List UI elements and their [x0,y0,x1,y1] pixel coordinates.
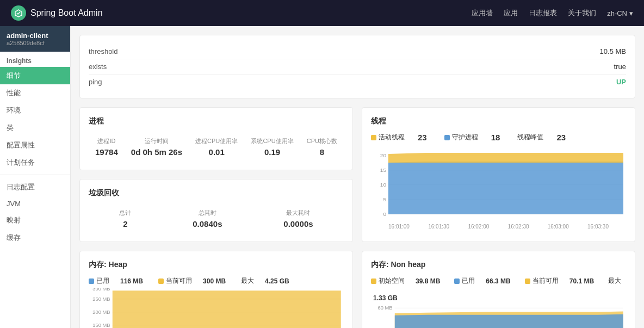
svg-text:150 MB: 150 MB [92,323,110,328]
client-id: a258509de8cf [7,40,64,46]
nav-app-wall[interactable]: 应用墙 [472,8,493,18]
sidebar-item-jvm[interactable]: JVM [0,196,70,212]
heap-legend-available: 当前可用 [158,276,192,286]
nav-log[interactable]: 日志报表 [529,8,557,18]
nonheap-legend-used: 已用 [454,276,475,286]
svg-marker-26 [113,290,341,328]
svg-marker-11 [388,162,623,214]
sidebar-item-env[interactable]: 环境 [0,102,70,119]
heap-chart: 0 50 MB 100 MB 150 MB 200 MB 250 MB 300 … [89,288,344,328]
svg-marker-12 [388,153,623,163]
nonheap-legend: 初始空间 39.8 MB 已用 66.3 MB 当前可用 70.1 MB 最大 [371,276,626,302]
threshold-label: threshold [89,47,117,55]
sidebar-divider [0,175,70,175]
sidebar-item-cache[interactable]: 缓存 [0,229,70,246]
process-thread-row: 进程 进程ID 19784 运行时间 0d 0h 5m 26s 进程CPU使用率 [79,107,635,251]
process-column: 进程 进程ID 19784 运行时间 0d 0h 5m 26s 进程CPU使用率 [79,107,353,251]
nonheap-chart: 0 20 MB 40 MB 60 MB [371,304,626,328]
exists-row: exists true [89,59,626,75]
nonheap-legend-available: 当前可用 [525,276,559,286]
gc-total-time-stat: 总耗时 0.0840s [193,209,222,228]
heap-legend: 已用 116 MB 当前可用 300 MB 最大 4.25 GB [89,276,344,286]
nonheap-init-value: 39.8 MB [416,277,440,285]
heap-max-value: 4.25 GB [265,277,289,285]
thread-legend: 活动线程 23 守护进程 18 线程峰值 23 [371,133,626,142]
brand-icon [11,5,26,21]
nav-links: 应用墙 应用 日志报表 关于我们 zh-CN ▾ [472,8,633,18]
system-cpu-stat: 系统CPU使用率 0.19 [251,137,293,157]
main-content: threshold 10.5 MB exists true ping UP 进程 [71,26,644,328]
sidebar-client: admin-client a258509de8cf [0,26,70,52]
lang-label: zh-CN [607,9,627,17]
nonheap-title: 内存: Non heap [371,260,626,270]
thread-x-labels: 16:01:00 16:01:30 16:02:00 16:02:30 16:0… [371,224,626,230]
sidebar-item-logconfig[interactable]: 日志配置 [0,178,70,196]
top-info-card: threshold 10.5 MB exists true ping UP [79,35,635,98]
process-id-stat: 进程ID 19784 [95,137,118,157]
process-uptime-stat: 运行时间 0d 0h 5m 26s [131,137,182,157]
sidebar-item-class[interactable]: 类 [0,119,70,137]
sidebar-item-detail[interactable]: 细节 [0,67,70,84]
heap-title: 内存: Heap [89,260,344,270]
process-stats: 进程ID 19784 运行时间 0d 0h 5m 26s 进程CPU使用率 0.… [89,133,344,161]
legend-peak: 线程峰值 [517,133,543,142]
peak-value: 23 [556,133,566,142]
chevron-down-icon: ▾ [629,9,633,17]
gc-title: 垃圾回收 [89,188,344,198]
heap-used-value: 116 MB [120,277,143,285]
svg-text:200 MB: 200 MB [92,310,110,315]
sidebar: admin-client a258509de8cf Insights 细节 性能… [0,26,71,328]
gc-total-stat: 总计 2 [119,209,131,228]
sidebar-item-config[interactable]: 配置属性 [0,137,70,154]
sidebar-item-mapping[interactable]: 映射 [0,212,70,229]
sidebar-item-scheduled[interactable]: 计划任务 [0,154,70,171]
cpu-cores-stat: CPU核心数 8 [307,137,337,157]
svg-text:5: 5 [383,196,386,202]
svg-text:250 MB: 250 MB [92,296,110,302]
process-title: 进程 [89,116,344,126]
nonheap-used-value: 66.3 MB [486,277,510,285]
svg-text:10: 10 [380,182,387,188]
heap-card: 内存: Heap 已用 116 MB 当前可用 300 MB 最大 [79,251,353,328]
svg-text:15: 15 [380,167,387,173]
heap-legend-used: 已用 [89,276,109,286]
brand-title: Spring Boot Admin [30,8,103,18]
lang-selector[interactable]: zh-CN ▾ [607,9,633,17]
svg-marker-37 [395,314,623,328]
sidebar-item-perf[interactable]: 性能 [0,84,70,102]
client-name: admin-client [7,32,64,40]
nav-app[interactable]: 应用 [504,8,518,18]
memory-row: 内存: Heap 已用 116 MB 当前可用 300 MB 最大 [79,251,635,328]
ping-row: ping UP [89,75,626,89]
process-cpu-stat: 进程CPU使用率 0.01 [195,137,238,157]
threshold-value: 10.5 MB [600,47,626,55]
active-thread-value: 23 [418,133,427,142]
thread-card: 线程 活动线程 23 守护进程 18 线程峰值 23 [362,107,635,242]
heap-legend-max: 最大 [241,276,254,286]
top-navbar: Spring Boot Admin 应用墙 应用 日志报表 关于我们 zh-CN… [0,0,644,26]
ping-label: ping [89,78,102,86]
daemon-value: 18 [491,133,500,142]
nonheap-legend-init: 初始空间 [371,276,405,286]
ping-status: UP [616,78,626,86]
svg-text:0: 0 [383,211,386,217]
thread-title: 线程 [371,116,626,126]
process-card: 进程 进程ID 19784 运行时间 0d 0h 5m 26s 进程CPU使用率 [79,107,353,170]
legend-active-thread: 活动线程 [371,133,405,142]
exists-value: true [614,63,626,71]
threshold-row: threshold 10.5 MB [89,44,626,59]
sidebar-section-insights: Insights [0,52,70,67]
svg-text:20: 20 [380,152,387,158]
gc-max-time-stat: 最大耗时 0.0000s [283,209,313,228]
nonheap-card: 内存: Non heap 初始空间 39.8 MB 已用 66.3 MB 当前可… [362,251,635,328]
exists-label: exists [89,63,107,71]
nav-about[interactable]: 关于我们 [568,8,596,18]
gc-stats: 总计 2 总耗时 0.0840s 最大耗时 0.0000s [89,205,344,233]
legend-daemon: 守护进程 [444,133,478,142]
nonheap-legend-max: 最大 [608,276,621,286]
svg-text:60 MB: 60 MB [378,305,393,311]
heap-available-value: 300 MB [203,277,226,285]
brand: Spring Boot Admin [11,5,103,21]
svg-text:300 MB: 300 MB [92,288,110,292]
nonheap-max-value: 1.33 GB [373,294,398,302]
